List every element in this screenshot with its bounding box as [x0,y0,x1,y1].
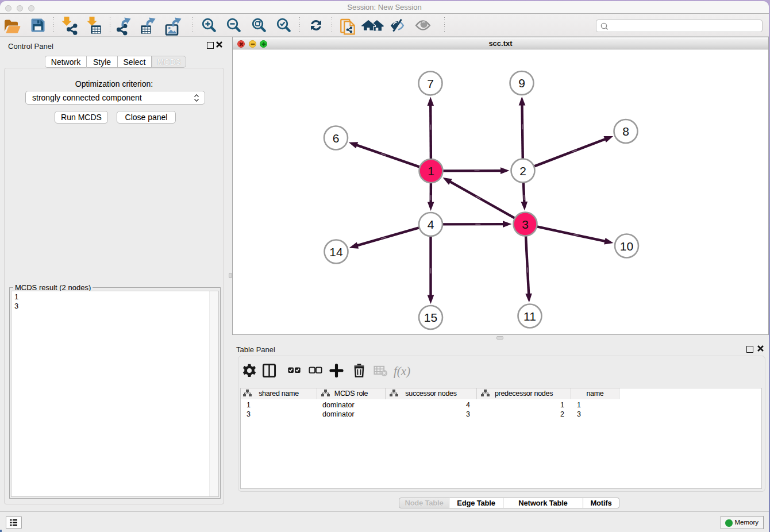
svg-text:15: 15 [424,311,437,324]
svg-text:14: 14 [329,245,343,259]
svg-text:11: 11 [523,310,536,323]
svg-text:4: 4 [428,218,434,231]
svg-text:2: 2 [519,164,526,178]
svg-text:10: 10 [620,240,633,253]
svg-text:7: 7 [427,77,434,90]
svg-text:6: 6 [333,132,340,145]
svg-text:f(x): f(x) [394,364,410,378]
svg-text:9: 9 [518,76,525,90]
svg-text:3: 3 [522,218,529,231]
svg-text:1: 1 [428,164,434,178]
svg-text:8: 8 [622,125,629,138]
